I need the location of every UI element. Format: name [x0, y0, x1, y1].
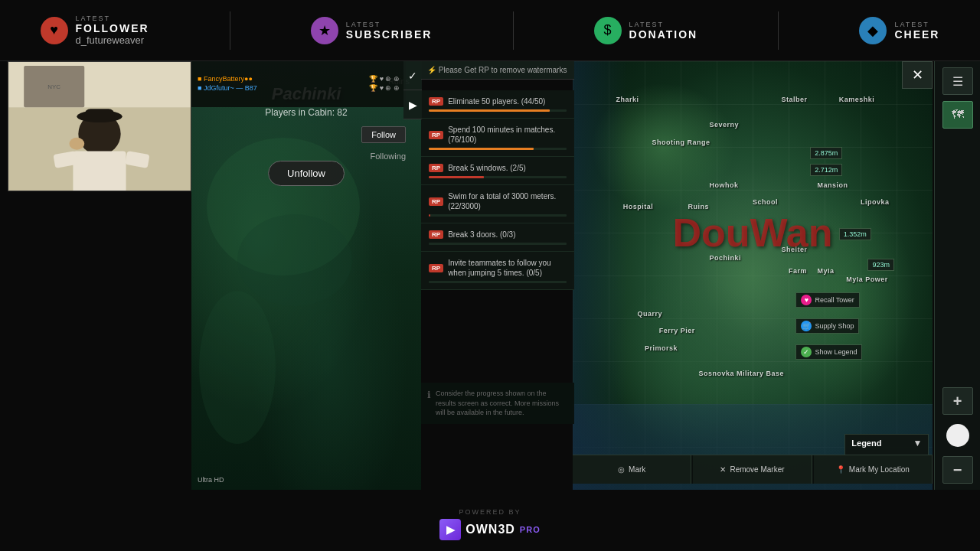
- legend-toggle[interactable]: ▼: [913, 438, 922, 448]
- svg-point-10: [69, 138, 84, 150]
- map-label-severny: Severny: [710, 121, 740, 129]
- map-label-mansion: Mansion: [818, 181, 848, 189]
- map-label-school: School: [753, 198, 778, 206]
- map-label-zharki: Zharki: [616, 96, 639, 103]
- unfollow-button[interactable]: Unfollow: [268, 161, 345, 186]
- terrain-2: [237, 214, 352, 306]
- mark-location-button[interactable]: 📍 Mark My Location: [814, 455, 933, 484]
- cheer-type: CHEER: [894, 28, 939, 41]
- poi-text-0: Recall Tower: [815, 296, 854, 304]
- follow-button[interactable]: Follow: [361, 126, 406, 143]
- game-map-background: Ruins Pachinki Players in Cabin: 82 Foll…: [191, 61, 421, 490]
- distance-marker-3: 923m: [867, 259, 894, 271]
- map-list-button[interactable]: ☰: [942, 67, 973, 95]
- mission-header-title: ⚡ Please Get RP to remove watermarks: [421, 61, 574, 80]
- location-icon: 📍: [836, 465, 845, 474]
- remove-marker-label: Remove Marker: [730, 465, 784, 474]
- poi-text-1: Supply Shop: [815, 322, 854, 330]
- map-label-myia: MyIa: [818, 267, 835, 275]
- missions-arrow-button[interactable]: ▶: [403, 90, 422, 119]
- star-icon: ★: [311, 17, 338, 44]
- remove-marker-button[interactable]: ✕ Remove Marker: [693, 455, 812, 484]
- map-zoom-indicator: [946, 424, 969, 447]
- map-label-kameshki: Kameshki: [839, 96, 875, 103]
- own3d-logo: ▶ OWN3D PRO: [439, 519, 540, 540]
- poi-show-legend: ✓Show Legend: [795, 344, 862, 360]
- poi-supply-shop: 🛒Supply Shop: [795, 318, 859, 334]
- bottom-bar: POWERED BY ▶ OWN3D PRO: [0, 497, 980, 551]
- map-label-lipovka: Lipovka: [861, 198, 890, 206]
- cheer-label: LATEST: [894, 21, 939, 28]
- map-label-sosnovka-military-base: Sosnovka Military Base: [699, 370, 785, 377]
- divider-2: [513, 11, 514, 50]
- webcam-feed: NYC: [8, 62, 191, 191]
- distance-marker-2: 1.352m: [839, 228, 871, 240]
- mission-bar-3: [429, 214, 567, 217]
- mission-text-3: Swim for a total of 3000 meters. (22/300…: [448, 191, 567, 211]
- map-label-howhok: Howhok: [710, 181, 739, 189]
- map-label-stalber: Stalber: [782, 96, 808, 103]
- own3d-pro: PRO: [520, 525, 541, 534]
- mark-location-label: Mark My Location: [849, 465, 910, 474]
- svg-rect-6: [84, 109, 115, 121]
- dollar-icon: $: [594, 17, 622, 44]
- svg-text:NYC: NYC: [47, 83, 60, 90]
- top-bar: ♥ LATEST FOLLOWER d_futureweaver ★ LATES…: [0, 0, 980, 61]
- douwan-watermark: DouWan: [673, 210, 833, 256]
- players-info: Players in Cabin: 82: [265, 107, 347, 118]
- distance-marker-0: 2.875m: [810, 147, 842, 159]
- info-icon: ℹ: [427, 390, 431, 400]
- mission-remove-watermarks: ⚡ Please Get RP to remove watermarks: [427, 66, 567, 74]
- mission-fill-0: [429, 109, 550, 112]
- svg-rect-7: [73, 152, 126, 191]
- poi-recall-tower: ♥Recall Tower: [795, 292, 859, 308]
- mission-list: RP Eliminate 50 players. (44/50) RP Spen…: [421, 90, 574, 290]
- mission-item-5: RP Invite teammates to follow you when j…: [421, 252, 574, 290]
- mission-text-2: Break 5 windows. (2/5): [448, 163, 526, 173]
- mark-button[interactable]: ◎ Mark: [573, 455, 691, 484]
- map-close-button[interactable]: ✕: [902, 61, 933, 89]
- mission-bar-4: [429, 243, 567, 245]
- terrain-3: [199, 291, 276, 444]
- subscriber-stat: ★ LATEST SUBSCRIBER: [311, 17, 433, 44]
- divider-3: [778, 11, 779, 50]
- score-row-2: ■ JdGfutur~ — B87 🏆 ♥ ⊕ ⊕: [198, 84, 400, 92]
- webcam-area: NYC: [8, 61, 191, 191]
- missions-check-button[interactable]: ✓: [403, 61, 422, 90]
- score-name-2: ■ JdGfutur~ — B87: [198, 84, 364, 92]
- rp-badge-1: RP: [429, 131, 443, 139]
- rp-badge-2: RP: [429, 164, 443, 172]
- mission-item-3: RP Swim for a total of 3000 meters. (22/…: [421, 185, 574, 223]
- own3d-icon: ▶: [439, 519, 461, 540]
- mission-bar-5: [429, 281, 567, 283]
- mission-text-4: Break 3 doors. (0/3): [448, 230, 515, 240]
- mission-bar-1: [429, 148, 567, 150]
- score-row-1: ■ FancyBattery●● 🏆 ♥ ⊕ ⊕: [198, 75, 400, 83]
- map-right-panel: ☰ 🗺 + −: [934, 61, 980, 490]
- legend-panel: Legend ▼: [844, 434, 929, 455]
- follower-stat: ♥ LATEST FOLLOWER d_futureweaver: [41, 15, 149, 46]
- legend-title: Legend: [851, 439, 881, 448]
- donation-stat: $ LATEST DONATION: [594, 17, 698, 44]
- map-zoom-in[interactable]: +: [942, 387, 973, 415]
- remove-marker-icon: ✕: [720, 465, 726, 474]
- map-label-hospital: Hospital: [623, 203, 654, 210]
- map-panel: ZharkiStalberKameshkiSevernyShooting Ran…: [573, 61, 933, 490]
- mission-fill-2: [429, 176, 484, 178]
- distance-marker-1: 2.712m: [810, 164, 842, 176]
- map-zoom-out[interactable]: −: [942, 456, 973, 484]
- divider-1: [230, 11, 230, 50]
- mission-note: ℹ Consider the progress shown on the res…: [421, 383, 574, 424]
- follower-label: LATEST: [76, 15, 149, 22]
- poi-text-2: Show Legend: [815, 348, 857, 356]
- map-bottom-bar: ◎ Mark ✕ Remove Marker 📍 Mark My Locatio…: [573, 455, 933, 484]
- map-view-button[interactable]: 🗺: [942, 101, 973, 129]
- following-text: Following: [371, 152, 406, 161]
- rp-badge-0: RP: [429, 97, 443, 106]
- water-west: [573, 61, 627, 490]
- subscriber-label: LATEST: [346, 21, 433, 28]
- map-label-quarry: Quarry: [638, 310, 663, 318]
- donation-label: LATEST: [629, 21, 698, 28]
- mission-text-1: Spend 100 minutes in matches. (76/100): [448, 125, 567, 145]
- map-label-ferry-pier: Ferry Pier: [659, 327, 695, 334]
